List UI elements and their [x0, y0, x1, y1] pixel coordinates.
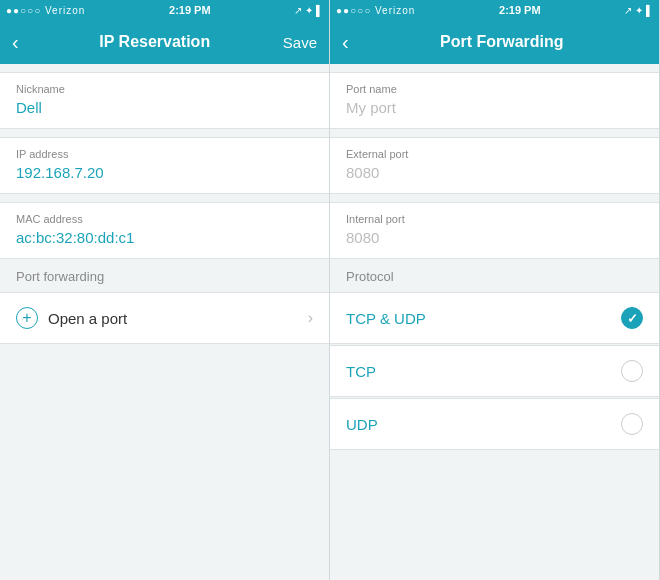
port-forwarding-section-header: Port forwarding — [0, 259, 329, 292]
nav-title-left: IP Reservation — [27, 33, 283, 51]
open-port-label: Open a port — [48, 310, 308, 327]
protocol-options-list: TCP & UDP TCP UDP — [330, 292, 659, 450]
ip-label: IP address — [16, 148, 313, 160]
open-port-item[interactable]: + Open a port › — [0, 292, 329, 344]
back-button-left[interactable]: ‹ — [12, 31, 19, 54]
status-bar-left: ●●○○○ Verizon 2:19 PM ↗ ✦ ▌ — [0, 0, 329, 20]
tcp-label: TCP — [346, 363, 621, 380]
protocol-udp[interactable]: UDP — [330, 398, 659, 450]
mac-address-field[interactable]: MAC address ac:bc:32:80:dd:c1 — [0, 202, 329, 259]
port-name-value: My port — [346, 99, 643, 116]
icons-right: ↗ ✦ ▌ — [624, 5, 653, 16]
nickname-label: Nickname — [16, 83, 313, 95]
port-forwarding-panel: ●●○○○ Verizon 2:19 PM ↗ ✦ ▌ ‹ Port Forwa… — [330, 0, 660, 580]
status-bar-right: ●●○○○ Verizon 2:19 PM ↗ ✦ ▌ — [330, 0, 659, 20]
nickname-field[interactable]: Nickname Dell — [0, 72, 329, 129]
carrier-right: ●●○○○ Verizon — [336, 5, 415, 16]
icons-left: ↗ ✦ ▌ — [294, 5, 323, 16]
udp-label: UDP — [346, 416, 621, 433]
content-left: Nickname Dell IP address 192.168.7.20 MA… — [0, 64, 329, 580]
port-name-field[interactable]: Port name My port — [330, 72, 659, 129]
external-port-field[interactable]: External port 8080 — [330, 137, 659, 194]
tcp-radio[interactable] — [621, 360, 643, 382]
external-port-value: 8080 — [346, 164, 643, 181]
save-button[interactable]: Save — [283, 34, 317, 51]
tcp-udp-radio[interactable] — [621, 307, 643, 329]
tcp-udp-label: TCP & UDP — [346, 310, 621, 327]
ip-address-field[interactable]: IP address 192.168.7.20 — [0, 137, 329, 194]
internal-port-value: 8080 — [346, 229, 643, 246]
protocol-section-header: Protocol — [330, 259, 659, 292]
nav-bar-right: ‹ Port Forwarding — [330, 20, 659, 64]
nickname-value: Dell — [16, 99, 313, 116]
nav-title-right: Port Forwarding — [357, 33, 647, 51]
mac-value: ac:bc:32:80:dd:c1 — [16, 229, 313, 246]
protocol-tcp-udp[interactable]: TCP & UDP — [330, 292, 659, 344]
back-button-right[interactable]: ‹ — [342, 31, 349, 54]
ip-reservation-panel: ●●○○○ Verizon 2:19 PM ↗ ✦ ▌ ‹ IP Reserva… — [0, 0, 330, 580]
content-right: Port name My port External port 8080 Int… — [330, 64, 659, 580]
internal-port-field[interactable]: Internal port 8080 — [330, 202, 659, 259]
nav-bar-left: ‹ IP Reservation Save — [0, 20, 329, 64]
udp-radio[interactable] — [621, 413, 643, 435]
time-left: 2:19 PM — [169, 4, 211, 16]
time-right: 2:19 PM — [499, 4, 541, 16]
port-name-label: Port name — [346, 83, 643, 95]
external-port-label: External port — [346, 148, 643, 160]
chevron-right-icon: › — [308, 309, 313, 327]
internal-port-label: Internal port — [346, 213, 643, 225]
add-port-icon: + — [16, 307, 38, 329]
carrier-left: ●●○○○ Verizon — [6, 5, 85, 16]
ip-value: 192.168.7.20 — [16, 164, 313, 181]
mac-label: MAC address — [16, 213, 313, 225]
protocol-tcp[interactable]: TCP — [330, 345, 659, 397]
